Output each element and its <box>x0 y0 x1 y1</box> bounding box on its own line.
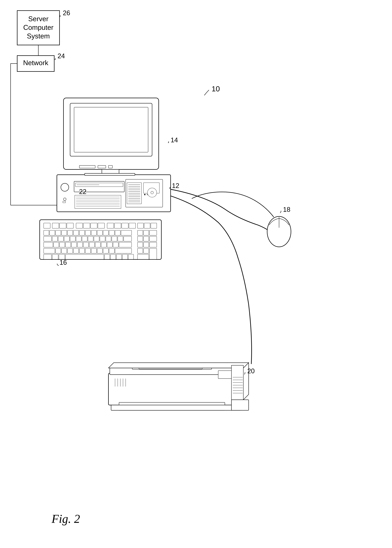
svg-rect-110 <box>65 242 71 247</box>
svg-rect-92 <box>58 236 63 241</box>
svg-rect-111 <box>71 242 77 247</box>
svg-rect-17 <box>98 165 106 168</box>
svg-rect-129 <box>85 248 91 253</box>
svg-rect-108 <box>54 242 59 247</box>
svg-rect-135 <box>138 248 143 253</box>
svg-rect-136 <box>143 248 149 253</box>
svg-rect-61 <box>67 223 73 228</box>
svg-rect-144 <box>116 254 122 259</box>
diagram-container: Server Computer System Network 26 24 10 <box>0 0 392 548</box>
svg-rect-133 <box>109 248 114 253</box>
svg-rect-16 <box>79 165 95 168</box>
svg-rect-122 <box>149 242 157 247</box>
svg-rect-123 <box>44 248 55 253</box>
svg-text:18: 18 <box>283 206 290 213</box>
svg-rect-132 <box>103 248 108 253</box>
svg-rect-130 <box>91 248 97 253</box>
svg-rect-138 <box>44 254 52 259</box>
svg-rect-79 <box>79 230 85 235</box>
svg-rect-124 <box>56 248 61 253</box>
svg-rect-103 <box>124 236 132 241</box>
svg-rect-93 <box>64 236 70 241</box>
svg-rect-125 <box>62 248 67 253</box>
svg-rect-109 <box>60 242 65 247</box>
svg-rect-63 <box>83 223 90 228</box>
svg-rect-65 <box>98 223 105 228</box>
svg-rect-114 <box>89 242 95 247</box>
svg-text:14: 14 <box>171 136 178 144</box>
svg-rect-147 <box>138 254 149 259</box>
svg-rect-77 <box>67 230 73 235</box>
svg-text:Network: Network <box>23 59 49 67</box>
svg-rect-90 <box>44 236 52 241</box>
svg-rect-104 <box>138 236 143 241</box>
svg-rect-141 <box>65 254 104 259</box>
svg-rect-81 <box>91 230 97 235</box>
svg-rect-99 <box>100 236 105 241</box>
svg-rect-89 <box>149 230 157 235</box>
svg-rect-118 <box>113 242 118 247</box>
svg-rect-58 <box>44 223 50 228</box>
svg-rect-71 <box>144 223 150 228</box>
svg-rect-88 <box>143 230 149 235</box>
svg-rect-145 <box>122 254 128 259</box>
svg-rect-98 <box>94 236 99 241</box>
svg-rect-83 <box>103 230 108 235</box>
svg-rect-69 <box>129 223 136 228</box>
svg-rect-115 <box>95 242 100 247</box>
svg-text:Server: Server <box>28 15 49 23</box>
svg-text:12: 12 <box>172 182 179 189</box>
svg-rect-70 <box>138 223 143 228</box>
diagram-svg: Server Computer System Network 26 24 10 <box>0 0 392 548</box>
svg-rect-66 <box>107 223 114 228</box>
svg-rect-117 <box>107 242 112 247</box>
svg-rect-128 <box>79 248 85 253</box>
svg-rect-106 <box>149 236 157 241</box>
svg-rect-102 <box>118 236 123 241</box>
svg-rect-97 <box>88 236 93 241</box>
svg-rect-95 <box>76 236 81 241</box>
svg-rect-112 <box>77 242 83 247</box>
svg-rect-46 <box>63 201 65 203</box>
svg-rect-142 <box>105 254 110 259</box>
svg-point-43 <box>147 194 148 195</box>
svg-rect-85 <box>115 230 120 235</box>
svg-rect-84 <box>109 230 114 235</box>
svg-text:Computer: Computer <box>23 24 53 31</box>
svg-rect-86 <box>121 230 132 235</box>
svg-rect-73 <box>44 230 49 235</box>
svg-rect-127 <box>73 248 79 253</box>
svg-text:System: System <box>27 32 50 40</box>
svg-rect-126 <box>67 248 73 253</box>
svg-text:Fig. 2: Fig. 2 <box>51 512 80 525</box>
svg-rect-120 <box>138 242 143 247</box>
svg-rect-60 <box>60 223 66 228</box>
svg-rect-137 <box>149 248 157 259</box>
svg-rect-68 <box>122 223 128 228</box>
svg-rect-75 <box>56 230 61 235</box>
svg-text:10: 10 <box>212 85 220 93</box>
svg-rect-140 <box>59 254 65 259</box>
svg-rect-74 <box>49 230 55 235</box>
svg-rect-22 <box>85 173 135 175</box>
svg-rect-143 <box>111 254 116 259</box>
svg-rect-78 <box>73 230 79 235</box>
svg-text:26: 26 <box>63 9 70 17</box>
svg-rect-76 <box>62 230 67 235</box>
svg-rect-119 <box>119 242 132 247</box>
svg-rect-131 <box>97 248 103 253</box>
svg-rect-172 <box>231 400 249 410</box>
svg-rect-116 <box>101 242 106 247</box>
svg-rect-105 <box>143 236 149 241</box>
svg-point-45 <box>63 198 66 200</box>
svg-rect-18 <box>108 165 112 168</box>
svg-rect-80 <box>85 230 91 235</box>
svg-text:20: 20 <box>247 367 255 375</box>
svg-rect-100 <box>106 236 111 241</box>
svg-rect-15 <box>74 107 148 152</box>
svg-rect-62 <box>76 223 83 228</box>
svg-point-42 <box>144 194 146 195</box>
svg-rect-96 <box>82 236 87 241</box>
svg-rect-101 <box>112 236 117 241</box>
svg-text:22: 22 <box>79 188 86 195</box>
